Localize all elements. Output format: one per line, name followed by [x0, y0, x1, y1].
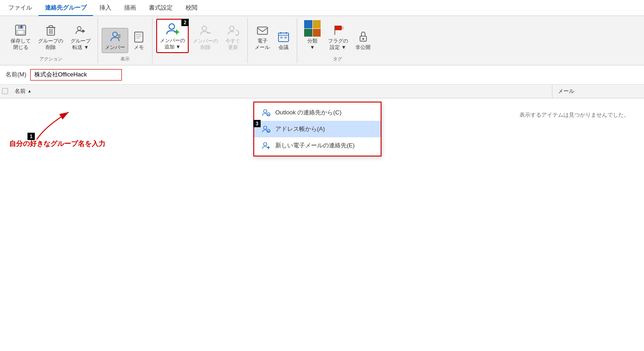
- svg-point-40: [264, 126, 267, 130]
- new-contact-icon: [262, 141, 271, 148]
- step1-arrow: 1: [9, 108, 82, 144]
- name-row: 名前(M): [0, 65, 644, 85]
- action-group: 保存して閉じる グループの削除: [4, 18, 98, 63]
- dropdown-item-new-contact[interactable]: 新しい電子メールの連絡先(E): [254, 137, 381, 148]
- classify-button[interactable]: 分類▼: [301, 18, 324, 53]
- svg-text:1: 1: [30, 134, 33, 139]
- svg-rect-14: [135, 32, 143, 42]
- svg-point-33: [362, 38, 364, 40]
- tab-review[interactable]: 校閲: [179, 0, 204, 16]
- flag-label: フラグの設定 ▼: [328, 38, 348, 51]
- svg-point-10: [113, 32, 117, 37]
- action-group-label: アクション: [7, 55, 94, 63]
- name-field-label: 名前(M): [5, 70, 27, 79]
- forward-icon: [74, 24, 87, 37]
- dropdown-item-outlook-label: Outlook の連絡先から(C): [275, 108, 341, 117]
- svg-point-21: [202, 26, 207, 31]
- memo-label: メモ: [134, 44, 144, 50]
- update-icon: [227, 24, 240, 37]
- display-group: メンバー メモ 表示: [98, 18, 153, 63]
- delete-group-label: グループの削除: [38, 38, 63, 51]
- dropdown-item-addressbook[interactable]: 3 アドレス帳から(A): [254, 121, 381, 137]
- memo-icon: [132, 30, 145, 43]
- private-label: 非公開: [355, 44, 371, 50]
- name-column-header[interactable]: 名前: [9, 85, 552, 98]
- outlook-contact-icon: [262, 108, 271, 117]
- email-button[interactable]: 電子メール: [251, 22, 273, 53]
- tab-insert[interactable]: 挿入: [93, 0, 118, 16]
- dropdown-item-addressbook-label: アドレス帳から(A): [275, 125, 325, 133]
- address-book-icon: [262, 124, 271, 134]
- svg-point-9: [77, 27, 81, 30]
- lock-icon: [357, 30, 370, 43]
- table-checkbox-col: [0, 85, 9, 97]
- svg-rect-29: [280, 37, 283, 38]
- tags-group: 分類▼ フラグの設定 ▼: [297, 18, 377, 63]
- classify-label: 分類▼: [307, 38, 317, 51]
- svg-rect-31: [342, 27, 344, 29]
- email-column-header[interactable]: メール: [552, 85, 644, 98]
- tab-format[interactable]: 書式設定: [142, 0, 179, 16]
- ribbon: ファイル 連絡先グループ 挿入 描画 書式設定 校閲: [0, 0, 644, 65]
- save-icon: [14, 24, 27, 37]
- ribbon-tabs: ファイル 連絡先グループ 挿入 描画 書式設定 校閲: [0, 0, 644, 16]
- display-group-label: 表示: [102, 55, 148, 63]
- table-header: 名前 メール: [0, 85, 644, 98]
- classify-icon: [304, 20, 321, 37]
- forward-group-button[interactable]: グループ転送 ▼: [67, 22, 94, 53]
- members-group: 2 メンバーの追加 ▼: [153, 18, 248, 63]
- flag-button[interactable]: フラグの設定 ▼: [325, 22, 351, 53]
- tags-group-label: タグ: [301, 55, 374, 63]
- svg-point-42: [264, 143, 267, 146]
- save-close-button[interactable]: 保存して閉じる: [7, 22, 34, 53]
- svg-point-23: [229, 26, 234, 31]
- add-member-button[interactable]: 2 メンバーの追加 ▼: [156, 19, 189, 53]
- remove-member-label: メンバーの削除: [193, 38, 218, 51]
- svg-rect-24: [257, 27, 267, 34]
- add-member-label: メンバーの追加 ▼: [160, 37, 185, 50]
- dropdown-item-outlook[interactable]: Outlook の連絡先から(C): [254, 104, 381, 121]
- tab-draw[interactable]: 描画: [118, 0, 142, 16]
- step3-badge: 3: [253, 120, 261, 127]
- email-label: 電子メール: [255, 38, 270, 51]
- meeting-button[interactable]: 会議: [274, 28, 293, 53]
- update-now-button[interactable]: 今すぐ更新: [222, 22, 244, 53]
- name-input[interactable]: [30, 69, 122, 81]
- add-member-dropdown: Outlook の連絡先から(C) 3 アドレス帳から(A) 新しい電子メールの…: [253, 102, 382, 148]
- add-member-icon: [165, 22, 180, 36]
- update-now-label: 今すぐ更新: [225, 38, 240, 51]
- tab-contact-group[interactable]: 連絡先グループ: [38, 0, 93, 16]
- delete-group-button[interactable]: グループの削除: [35, 22, 66, 53]
- remove-member-icon: [199, 24, 212, 37]
- svg-rect-34: [2, 88, 8, 94]
- meeting-label: 会議: [278, 44, 289, 50]
- step2-badge: 2: [181, 19, 189, 26]
- tab-file[interactable]: ファイル: [2, 0, 38, 16]
- member-button[interactable]: メンバー: [102, 28, 128, 53]
- meeting-icon: [277, 30, 290, 43]
- forward-group-label: グループ転送 ▼: [71, 38, 91, 51]
- member-label: メンバー: [105, 44, 125, 50]
- communication-group: 電子メール 会議: [248, 18, 297, 63]
- svg-rect-3: [18, 31, 23, 33]
- remove-member-button[interactable]: メンバーの削除: [190, 22, 221, 53]
- svg-rect-30: [284, 37, 287, 38]
- flag-icon: [332, 24, 344, 37]
- memo-button[interactable]: メモ: [129, 28, 148, 53]
- member-icon: [109, 30, 121, 43]
- ribbon-body: 保存して閉じる グループの削除: [0, 16, 644, 65]
- svg-rect-25: [278, 33, 289, 42]
- private-button[interactable]: 非公開: [352, 28, 374, 53]
- email-icon: [256, 24, 269, 37]
- save-close-label: 保存して閉じる: [11, 38, 31, 51]
- svg-point-38: [264, 110, 267, 113]
- svg-point-18: [169, 24, 175, 29]
- delete-icon: [44, 24, 57, 37]
- dropdown-item-new-contact-label: 新しい電子メールの連絡先(E): [275, 141, 355, 148]
